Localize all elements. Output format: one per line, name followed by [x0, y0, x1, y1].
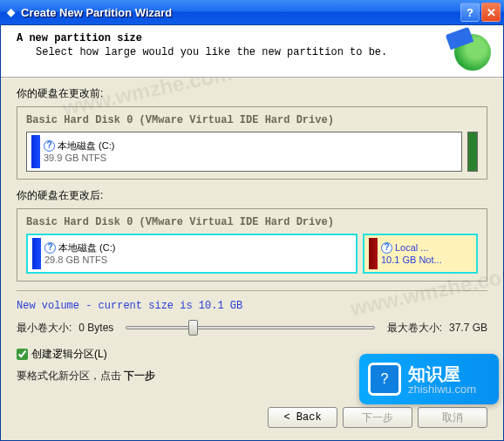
before-panel: Basic Hard Disk 0 (VMware Virtual IDE Ha… [17, 106, 487, 180]
partition-new[interactable]: ?Local ... 10.1 GB Not... [363, 234, 478, 274]
disk-title-before: Basic Hard Disk 0 (VMware Virtual IDE Ha… [26, 114, 478, 126]
watermark-icon: ? [368, 363, 401, 396]
window-title: Create New Partition Wizard [21, 6, 459, 19]
partition-bar-icon [32, 238, 41, 269]
cancel-button[interactable]: 取消 [418, 407, 487, 428]
max-size-value: 37.7 GB [449, 322, 487, 334]
watermark-url: zhishiwu.com [408, 383, 476, 396]
wizard-icon [454, 34, 491, 71]
app-icon: ◆ [3, 5, 17, 19]
wizard-header: A new partition size Select how large wo… [1, 25, 503, 78]
partition-size: 39.9 GB NTFS [44, 152, 114, 164]
min-size-value: 0 Bytes [78, 322, 113, 334]
divider [17, 290, 487, 291]
logical-partition-checkbox[interactable] [17, 349, 28, 360]
titlebar: ◆ Create New Partition Wizard ? ✕ [0, 0, 504, 24]
disk-endcap [467, 132, 478, 172]
site-watermark: ? 知识屋 zhishiwu.com [359, 354, 499, 404]
next-button[interactable]: 下一步 [343, 407, 412, 428]
partition-name: Local ... [395, 241, 429, 254]
close-button[interactable]: ✕ [481, 3, 501, 22]
slider-thumb[interactable] [188, 320, 198, 336]
partition-bar-icon [31, 135, 40, 168]
new-volume-label: New volume - current size is 10.1 GB [17, 300, 487, 312]
help-icon: ? [44, 242, 56, 254]
partition-bar-icon [369, 238, 378, 269]
partition-name: 本地磁盘 (C:) [58, 241, 115, 254]
page-title: A new partition size [17, 32, 487, 44]
partition-c-after[interactable]: ?本地磁盘 (C:) 29.8 GB NTFS [26, 234, 358, 274]
help-icon: ? [381, 242, 392, 254]
min-size-label: 最小卷大小: [17, 321, 72, 336]
partition-name: 本地磁盘 (C:) [58, 139, 114, 152]
back-button[interactable]: < Back [268, 407, 337, 428]
help-icon: ? [44, 140, 55, 152]
partition-c-before[interactable]: ?本地磁盘 (C:) 39.9 GB NTFS [26, 132, 462, 172]
page-subtitle: Select how large would you like the new … [36, 46, 487, 58]
logical-partition-label[interactable]: 创建逻辑分区(L) [31, 347, 107, 362]
max-size-label: 最大卷大小: [387, 321, 442, 336]
disk-title-after: Basic Hard Disk 0 (VMware Virtual IDE Ha… [26, 216, 478, 228]
help-button[interactable]: ? [460, 3, 480, 22]
partition-size: 10.1 GB Not... [381, 254, 442, 266]
size-slider[interactable] [126, 319, 374, 336]
before-label: 你的硬盘在更改前: [17, 86, 487, 101]
after-panel: Basic Hard Disk 0 (VMware Virtual IDE Ha… [17, 208, 487, 282]
after-label: 你的硬盘在更改后: [17, 188, 487, 203]
wizard-footer: < Back 下一步 取消 [1, 398, 503, 440]
partition-size: 29.8 GB NTFS [44, 254, 115, 266]
